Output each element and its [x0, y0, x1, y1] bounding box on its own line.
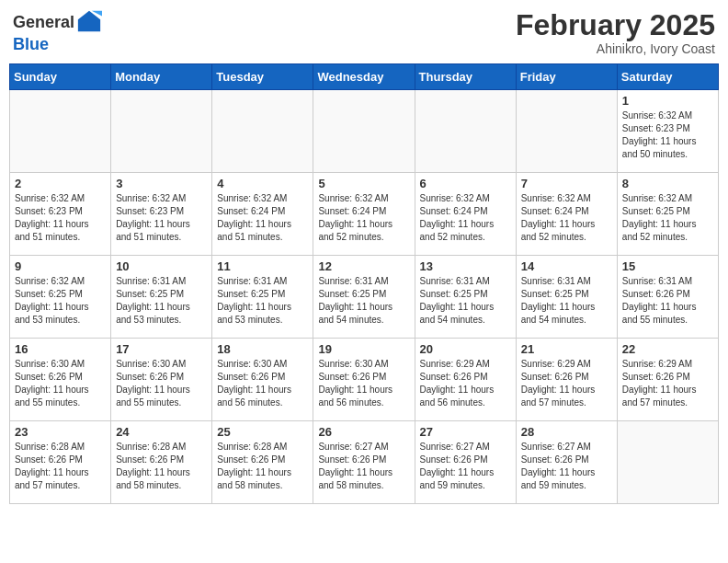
day-number: 17: [116, 342, 207, 356]
calendar-week-row: 16Sunrise: 6:30 AM Sunset: 6:26 PM Dayli…: [10, 339, 719, 421]
title-block: February 2025 Ahinikro, Ivory Coast: [516, 9, 715, 56]
calendar-cell: 1Sunrise: 6:32 AM Sunset: 6:23 PM Daylig…: [617, 90, 718, 173]
day-info: Sunrise: 6:32 AM Sunset: 6:23 PM Dayligh…: [15, 192, 106, 244]
day-info: Sunrise: 6:29 AM Sunset: 6:26 PM Dayligh…: [521, 358, 612, 409]
day-info: Sunrise: 6:30 AM Sunset: 6:26 PM Dayligh…: [318, 358, 409, 409]
calendar-cell: 17Sunrise: 6:30 AM Sunset: 6:26 PM Dayli…: [111, 339, 212, 421]
day-info: Sunrise: 6:31 AM Sunset: 6:25 PM Dayligh…: [521, 275, 612, 327]
day-number: 3: [116, 177, 207, 190]
calendar-cell: 6Sunrise: 6:32 AM Sunset: 6:24 PM Daylig…: [415, 173, 516, 256]
day-info: Sunrise: 6:30 AM Sunset: 6:26 PM Dayligh…: [116, 358, 207, 409]
calendar-cell: [313, 90, 415, 173]
day-info: Sunrise: 6:30 AM Sunset: 6:26 PM Dayligh…: [15, 358, 106, 409]
day-number: 8: [622, 177, 713, 190]
calendar-cell: 7Sunrise: 6:32 AM Sunset: 6:24 PM Daylig…: [516, 173, 617, 256]
month-year-title: February 2025: [516, 9, 715, 41]
page-header: General Blue February 2025 Ahinikro, Ivo…: [9, 9, 719, 56]
day-number: 4: [217, 177, 308, 190]
calendar-cell: 10Sunrise: 6:31 AM Sunset: 6:25 PM Dayli…: [111, 256, 212, 339]
calendar-cell: 8Sunrise: 6:32 AM Sunset: 6:25 PM Daylig…: [617, 173, 718, 256]
day-info: Sunrise: 6:31 AM Sunset: 6:26 PM Dayligh…: [622, 275, 713, 327]
calendar-header-row: SundayMondayTuesdayWednesdayThursdayFrid…: [10, 64, 719, 90]
day-number: 10: [116, 259, 207, 273]
day-number: 21: [521, 342, 612, 356]
calendar-cell: 20Sunrise: 6:29 AM Sunset: 6:26 PM Dayli…: [415, 339, 516, 421]
day-header-tuesday: Tuesday: [212, 64, 313, 90]
day-info: Sunrise: 6:27 AM Sunset: 6:26 PM Dayligh…: [521, 441, 612, 492]
day-number: 11: [217, 259, 308, 273]
calendar-cell: [111, 90, 212, 173]
calendar-week-row: 9Sunrise: 6:32 AM Sunset: 6:25 PM Daylig…: [10, 256, 719, 339]
day-info: Sunrise: 6:30 AM Sunset: 6:26 PM Dayligh…: [217, 358, 308, 409]
day-info: Sunrise: 6:32 AM Sunset: 6:24 PM Dayligh…: [420, 192, 511, 244]
calendar-cell: 16Sunrise: 6:30 AM Sunset: 6:26 PM Dayli…: [10, 339, 111, 421]
day-number: 22: [622, 342, 713, 356]
day-info: Sunrise: 6:31 AM Sunset: 6:25 PM Dayligh…: [116, 275, 207, 327]
day-number: 28: [521, 425, 612, 439]
day-number: 26: [318, 425, 409, 439]
calendar-cell: 12Sunrise: 6:31 AM Sunset: 6:25 PM Dayli…: [313, 256, 415, 339]
day-info: Sunrise: 6:29 AM Sunset: 6:26 PM Dayligh…: [622, 358, 713, 409]
calendar-cell: [10, 90, 111, 173]
day-number: 23: [15, 425, 106, 439]
calendar-week-row: 1Sunrise: 6:32 AM Sunset: 6:23 PM Daylig…: [10, 90, 719, 173]
calendar-cell: 23Sunrise: 6:28 AM Sunset: 6:26 PM Dayli…: [10, 421, 111, 504]
logo-general-text: General: [13, 13, 74, 32]
day-number: 5: [318, 177, 409, 190]
logo-blue-text: Blue: [13, 35, 49, 53]
calendar-cell: 13Sunrise: 6:31 AM Sunset: 6:25 PM Dayli…: [415, 256, 516, 339]
day-header-friday: Friday: [516, 64, 617, 90]
svg-marker-0: [78, 11, 100, 31]
day-number: 7: [521, 177, 612, 190]
day-info: Sunrise: 6:31 AM Sunset: 6:25 PM Dayligh…: [318, 275, 409, 327]
calendar-cell: 11Sunrise: 6:31 AM Sunset: 6:25 PM Dayli…: [212, 256, 313, 339]
day-number: 16: [15, 342, 106, 356]
day-number: 14: [521, 259, 612, 273]
day-header-saturday: Saturday: [617, 64, 718, 90]
day-number: 2: [15, 177, 106, 190]
day-header-thursday: Thursday: [415, 64, 516, 90]
calendar-week-row: 2Sunrise: 6:32 AM Sunset: 6:23 PM Daylig…: [10, 173, 719, 256]
calendar-cell: 22Sunrise: 6:29 AM Sunset: 6:26 PM Dayli…: [617, 339, 718, 421]
day-info: Sunrise: 6:28 AM Sunset: 6:26 PM Dayligh…: [15, 441, 106, 492]
day-number: 1: [622, 94, 713, 108]
calendar-cell: 5Sunrise: 6:32 AM Sunset: 6:24 PM Daylig…: [313, 173, 415, 256]
calendar-cell: 18Sunrise: 6:30 AM Sunset: 6:26 PM Dayli…: [212, 339, 313, 421]
day-number: 6: [420, 177, 511, 190]
day-info: Sunrise: 6:32 AM Sunset: 6:23 PM Dayligh…: [116, 192, 207, 244]
calendar-cell: 24Sunrise: 6:28 AM Sunset: 6:26 PM Dayli…: [111, 421, 212, 504]
day-info: Sunrise: 6:32 AM Sunset: 6:24 PM Dayligh…: [217, 192, 308, 244]
calendar-cell: 27Sunrise: 6:27 AM Sunset: 6:26 PM Dayli…: [415, 421, 516, 504]
day-number: 15: [622, 259, 713, 273]
calendar-cell: 3Sunrise: 6:32 AM Sunset: 6:23 PM Daylig…: [111, 173, 212, 256]
day-info: Sunrise: 6:32 AM Sunset: 6:23 PM Dayligh…: [622, 109, 713, 161]
calendar-cell: 21Sunrise: 6:29 AM Sunset: 6:26 PM Dayli…: [516, 339, 617, 421]
day-number: 9: [15, 259, 106, 273]
day-info: Sunrise: 6:27 AM Sunset: 6:26 PM Dayligh…: [318, 441, 409, 492]
calendar-week-row: 23Sunrise: 6:28 AM Sunset: 6:26 PM Dayli…: [10, 421, 719, 504]
calendar-table: SundayMondayTuesdayWednesdayThursdayFrid…: [9, 63, 719, 504]
day-header-sunday: Sunday: [10, 64, 111, 90]
day-info: Sunrise: 6:29 AM Sunset: 6:26 PM Dayligh…: [420, 358, 511, 409]
calendar-cell: 15Sunrise: 6:31 AM Sunset: 6:26 PM Dayli…: [617, 256, 718, 339]
calendar-cell: 9Sunrise: 6:32 AM Sunset: 6:25 PM Daylig…: [10, 256, 111, 339]
location-subtitle: Ahinikro, Ivory Coast: [516, 41, 715, 56]
day-info: Sunrise: 6:32 AM Sunset: 6:25 PM Dayligh…: [622, 192, 713, 244]
day-number: 13: [420, 259, 511, 273]
day-info: Sunrise: 6:28 AM Sunset: 6:26 PM Dayligh…: [116, 441, 207, 492]
calendar-cell: [617, 421, 718, 504]
day-number: 25: [217, 425, 308, 439]
day-info: Sunrise: 6:27 AM Sunset: 6:26 PM Dayligh…: [420, 441, 511, 492]
logo-icon: [76, 9, 102, 35]
calendar-cell: 2Sunrise: 6:32 AM Sunset: 6:23 PM Daylig…: [10, 173, 111, 256]
calendar-cell: 26Sunrise: 6:27 AM Sunset: 6:26 PM Dayli…: [313, 421, 415, 504]
day-number: 27: [420, 425, 511, 439]
day-header-monday: Monday: [111, 64, 212, 90]
day-header-wednesday: Wednesday: [313, 64, 415, 90]
calendar-cell: [516, 90, 617, 173]
day-info: Sunrise: 6:32 AM Sunset: 6:24 PM Dayligh…: [521, 192, 612, 244]
calendar-cell: 25Sunrise: 6:28 AM Sunset: 6:26 PM Dayli…: [212, 421, 313, 504]
day-number: 19: [318, 342, 409, 356]
day-number: 24: [116, 425, 207, 439]
day-number: 20: [420, 342, 511, 356]
